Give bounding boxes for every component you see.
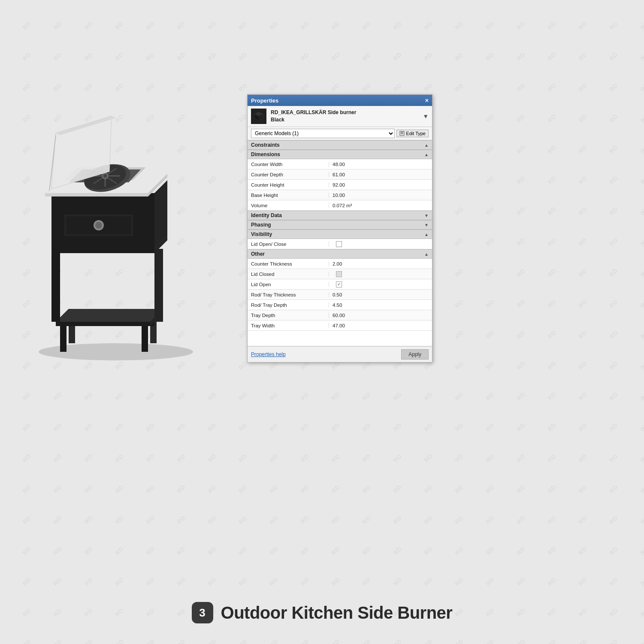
header-dropdown-arrow[interactable]: ▼ xyxy=(423,113,429,120)
bottom-title-area: 3 Outdoor Kitchen Side Burner xyxy=(0,602,644,623)
section-phasing[interactable]: Phasing ▼ xyxy=(248,220,432,230)
model-3d-view xyxy=(13,43,227,378)
section-dimensions[interactable]: Dimensions ▲ xyxy=(248,150,432,159)
panel-header: RD_IKEA_GRILLSKÄR Side burner Black ▼ xyxy=(248,106,432,127)
prop-base-height: Base Height 10.00 xyxy=(248,190,432,200)
empty-spacer-1 xyxy=(248,331,432,346)
prop-lid-open: Lid Open xyxy=(248,279,432,290)
prop-rod-tray-depth: Rod/ Tray Depth 4.50 xyxy=(248,300,432,310)
svg-point-28 xyxy=(95,222,102,229)
model-icon xyxy=(251,109,266,124)
number-badge: 3 xyxy=(192,602,213,623)
dropdown-row: Generic Models (1) Apply Edit Type xyxy=(248,127,432,140)
identity-data-arrow: ▼ xyxy=(424,213,429,218)
section-other[interactable]: Other ▲ xyxy=(248,249,432,259)
svg-marker-15 xyxy=(51,249,154,253)
visibility-arrow: ▲ xyxy=(424,232,429,237)
panel-titlebar: Properties × xyxy=(248,95,432,106)
page-title: Outdoor Kitchen Side Burner xyxy=(221,603,453,623)
lid-open-checkbox[interactable] xyxy=(336,281,342,287)
svg-point-38 xyxy=(103,174,107,178)
prop-counter-width: Counter Width 48.00 xyxy=(248,159,432,169)
section-constraints[interactable]: Constraints ▲ xyxy=(248,140,432,150)
prop-volume: Volume 0.072 m³ xyxy=(248,200,432,211)
lid-open-close-checkbox[interactable] xyxy=(336,241,342,247)
section-identity-data[interactable]: Identity Data ▼ xyxy=(248,211,432,220)
model-type-dropdown[interactable]: Generic Models (1) xyxy=(251,129,395,138)
properties-help-link[interactable]: Properties help xyxy=(251,351,286,357)
prop-rod-tray-thickness: Rod/ Tray Thickness 0.50 xyxy=(248,290,432,300)
dimensions-arrow: ▲ xyxy=(424,152,429,157)
svg-marker-18 xyxy=(154,249,163,322)
prop-lid-open-close: Lid Open/ Close xyxy=(248,239,432,249)
prop-lid-closed: Lid Closed xyxy=(248,269,432,279)
prop-counter-height: Counter Height 92.00 xyxy=(248,180,432,190)
properties-panel: Properties × RD_IKEA_GRILLSKÄR Side burn… xyxy=(247,94,432,363)
panel-title: Properties xyxy=(251,97,278,104)
prop-counter-thickness: Counter Thickness 2.00 xyxy=(248,259,432,269)
prop-counter-depth: Counter Depth 61.00 xyxy=(248,169,432,180)
svg-marker-1 xyxy=(60,326,67,352)
svg-marker-10 xyxy=(56,309,163,322)
prop-tray-width: Tray Width 47.00 xyxy=(248,320,432,331)
svg-marker-3 xyxy=(142,326,148,352)
phasing-arrow: ▼ xyxy=(424,223,429,227)
constraints-arrow: ▲ xyxy=(424,143,429,148)
model-name-block: RD_IKEA_GRILLSKÄR Side burner Black xyxy=(271,109,356,124)
apply-button[interactable]: Apply xyxy=(401,349,429,360)
edit-type-button[interactable]: Apply Edit Type xyxy=(396,130,429,137)
panel-footer: Properties help Apply xyxy=(248,346,432,362)
svg-marker-11 xyxy=(56,322,150,326)
lid-closed-checkbox[interactable] xyxy=(336,271,342,277)
model-name-line2: Black xyxy=(271,116,356,124)
svg-marker-17 xyxy=(51,249,60,322)
other-arrow: ▲ xyxy=(424,252,429,257)
prop-tray-depth: Tray Depth 60.00 xyxy=(248,310,432,320)
svg-marker-23 xyxy=(45,193,148,197)
model-name-line1: RD_IKEA_GRILLSKÄR Side burner xyxy=(271,109,356,116)
section-visibility[interactable]: Visibility ▲ xyxy=(248,230,432,239)
panel-close-button[interactable]: × xyxy=(425,97,429,103)
